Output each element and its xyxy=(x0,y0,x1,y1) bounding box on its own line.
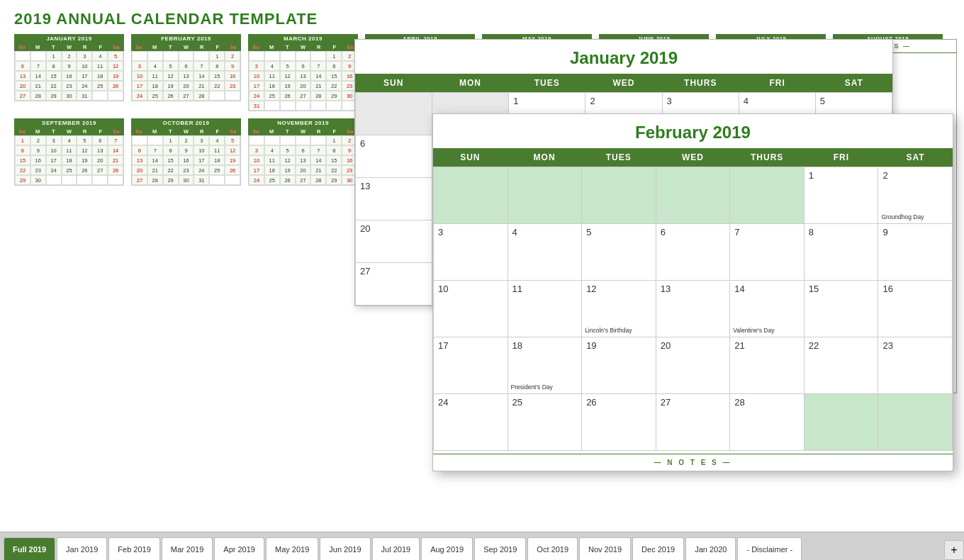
small-cal-day[interactable] xyxy=(147,135,163,145)
small-cal-day[interactable]: 3 xyxy=(77,51,92,61)
small-cal-day[interactable] xyxy=(92,91,108,101)
small-cal-day[interactable]: 10 xyxy=(249,155,264,165)
small-cal-day[interactable] xyxy=(132,51,147,61)
tab-11[interactable]: Nov 2019 xyxy=(579,537,631,560)
small-cal-day[interactable]: 1 xyxy=(46,51,62,61)
tab-13[interactable]: Jan 2020 xyxy=(685,537,736,560)
feb-grid-cell[interactable]: 16 xyxy=(878,281,953,337)
small-cal-day[interactable] xyxy=(163,51,179,61)
small-cal-day[interactable]: 22 xyxy=(46,81,62,91)
small-cal-day[interactable]: 6 xyxy=(92,135,108,145)
small-cal-day[interactable]: 25 xyxy=(209,165,225,175)
small-cal-day[interactable]: 15 xyxy=(326,155,342,165)
small-cal-day[interactable]: 29 xyxy=(163,175,179,185)
small-cal-day[interactable]: 11 xyxy=(264,71,280,81)
small-cal-day[interactable]: 14 xyxy=(310,71,326,81)
small-cal-day[interactable]: 5 xyxy=(108,51,123,61)
small-cal-day[interactable]: 17 xyxy=(194,155,209,165)
small-cal-day[interactable] xyxy=(249,135,264,145)
small-cal-day[interactable]: 22 xyxy=(326,165,342,175)
small-cal-day[interactable]: 5 xyxy=(163,61,179,71)
small-cal-day[interactable]: 19 xyxy=(108,71,123,81)
feb-grid-cell[interactable]: 15 xyxy=(805,281,879,337)
small-cal-day[interactable]: 25 xyxy=(264,91,280,101)
small-cal-day[interactable] xyxy=(296,135,311,145)
small-cal-day[interactable]: 9 xyxy=(30,145,46,155)
small-cal-day[interactable] xyxy=(296,101,311,111)
small-cal-day[interactable]: 3 xyxy=(194,135,209,145)
small-cal-day[interactable] xyxy=(280,135,296,145)
jan-grid-cell[interactable]: 6 xyxy=(356,135,432,178)
small-cal-day[interactable] xyxy=(264,51,280,61)
small-cal-day[interactable]: 3 xyxy=(46,135,62,145)
small-cal-day[interactable]: 19 xyxy=(225,155,240,165)
small-cal-day[interactable] xyxy=(264,135,280,145)
small-cal-day[interactable]: 26 xyxy=(77,165,92,175)
small-cal-day[interactable]: 25 xyxy=(92,81,108,91)
small-cal-day[interactable]: 7 xyxy=(30,61,46,71)
small-cal-day[interactable]: 6 xyxy=(132,145,147,155)
small-cal-day[interactable]: 26 xyxy=(225,165,240,175)
feb-grid-cell[interactable]: 3 xyxy=(434,224,508,281)
small-cal-day[interactable]: 20 xyxy=(296,165,311,175)
small-cal-day[interactable] xyxy=(108,175,123,185)
small-cal-day[interactable]: 16 xyxy=(225,71,240,81)
small-cal-day[interactable]: 27 xyxy=(15,91,30,101)
tab-0[interactable]: Full 2019 xyxy=(4,537,55,560)
small-cal-day[interactable]: 14 xyxy=(194,71,209,81)
small-cal-day[interactable]: 9 xyxy=(62,61,77,71)
feb-grid-cell[interactable]: 21 xyxy=(730,337,805,394)
small-cal-day[interactable] xyxy=(209,91,225,101)
small-cal-day[interactable]: 6 xyxy=(296,61,311,71)
small-cal-day[interactable]: 8 xyxy=(15,145,30,155)
small-cal-day[interactable] xyxy=(280,101,296,111)
small-cal-day[interactable] xyxy=(194,51,209,61)
feb-grid-cell[interactable] xyxy=(434,167,508,224)
small-cal-day[interactable]: 7 xyxy=(310,145,326,155)
feb-grid-cell[interactable]: 4 xyxy=(508,224,583,281)
feb-grid-cell[interactable]: 5 xyxy=(582,224,656,281)
small-cal-day[interactable]: 11 xyxy=(92,61,108,71)
small-cal-day[interactable]: 12 xyxy=(163,71,179,81)
small-cal-day[interactable]: 27 xyxy=(296,91,311,101)
small-cal-day[interactable]: 20 xyxy=(179,81,194,91)
small-cal-day[interactable]: 1 xyxy=(326,51,342,61)
tab-7[interactable]: Jul 2019 xyxy=(372,537,420,560)
small-cal-day[interactable] xyxy=(108,91,123,101)
tab-14[interactable]: - Disclaimer - xyxy=(737,537,802,560)
small-cal-day[interactable]: 13 xyxy=(296,155,311,165)
small-cal-day[interactable]: 22 xyxy=(15,165,30,175)
feb-grid-cell[interactable]: 28 xyxy=(730,394,805,451)
small-cal-day[interactable]: 27 xyxy=(92,165,108,175)
small-cal-day[interactable]: 17 xyxy=(46,155,62,165)
small-cal-day[interactable]: 15 xyxy=(326,71,342,81)
small-cal-day[interactable]: 29 xyxy=(46,91,62,101)
small-cal-day[interactable]: 10 xyxy=(46,145,62,155)
small-cal-day[interactable]: 27 xyxy=(132,175,147,185)
small-cal-day[interactable] xyxy=(15,51,30,61)
small-cal-day[interactable]: 16 xyxy=(62,71,77,81)
small-cal-day[interactable]: 5 xyxy=(225,135,240,145)
small-cal-day[interactable]: 25 xyxy=(264,175,280,185)
feb-grid-cell[interactable] xyxy=(805,394,879,451)
feb-grid-cell[interactable]: 19 xyxy=(582,337,656,394)
small-cal-day[interactable]: 14 xyxy=(147,155,163,165)
small-cal-day[interactable]: 18 xyxy=(62,155,77,165)
small-cal-day[interactable]: 4 xyxy=(264,145,280,155)
feb-grid-cell[interactable]: 9 xyxy=(878,224,953,281)
small-cal-day[interactable]: 17 xyxy=(77,71,92,81)
tab-1[interactable]: Jan 2019 xyxy=(57,537,107,560)
jan-grid-cell[interactable]: 13 xyxy=(356,178,432,220)
small-cal-day[interactable] xyxy=(296,51,311,61)
small-cal-day[interactable]: 4 xyxy=(62,135,77,145)
jan-grid-cell[interactable]: 20 xyxy=(356,220,432,263)
feb-grid-cell[interactable]: 18President's Day xyxy=(508,337,583,394)
small-cal-day[interactable]: 27 xyxy=(296,175,311,185)
small-cal-day[interactable]: 21 xyxy=(310,165,326,175)
tab-3[interactable]: Mar 2019 xyxy=(162,537,213,560)
small-cal-day[interactable]: 23 xyxy=(225,81,240,91)
small-cal-day[interactable]: 31 xyxy=(249,101,264,111)
small-cal-day[interactable]: 11 xyxy=(62,145,77,155)
feb-grid-cell[interactable] xyxy=(656,167,731,224)
small-cal-day[interactable]: 14 xyxy=(30,71,46,81)
